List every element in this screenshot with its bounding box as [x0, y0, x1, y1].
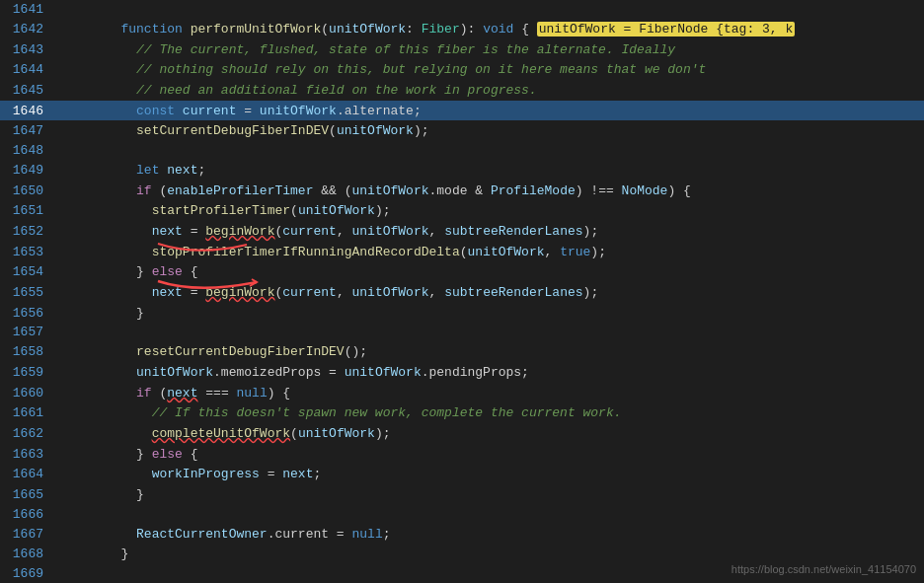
line-num-1642: 1642 — [0, 20, 51, 38]
line-num-1644: 1644 — [0, 60, 51, 79]
line-num-1668: 1668 — [0, 545, 51, 563]
line-num-1649: 1649 — [0, 161, 51, 180]
code-line-1647: 1647 setCurrentDebugFiberInDEV(unitOfWor… — [0, 120, 924, 141]
line-num-1654: 1654 — [0, 262, 51, 281]
line-num-1641: 1641 — [0, 0, 51, 19]
line-num-1648: 1648 — [0, 141, 51, 160]
line-num-1643: 1643 — [0, 40, 51, 59]
code-line-1668: 1668 } — [0, 544, 924, 564]
line-num-1646: 1646 — [0, 102, 51, 120]
line-num-1669: 1669 — [0, 564, 51, 583]
code-content: 1641 1642 function performUnitOfWork(uni… — [0, 0, 924, 583]
line-num-1667: 1667 — [0, 525, 51, 544]
line-num-1645: 1645 — [0, 81, 51, 100]
line-num-1664: 1664 — [0, 465, 51, 483]
line-num-1651: 1651 — [0, 201, 51, 220]
line-num-1652: 1652 — [0, 222, 51, 241]
line-num-1666: 1666 — [0, 505, 51, 524]
line-num-1658: 1658 — [0, 342, 51, 361]
code-line-1665: 1665 } — [0, 484, 924, 505]
line-num-1659: 1659 — [0, 363, 51, 382]
line-num-1661: 1661 — [0, 403, 51, 422]
line-num-1653: 1653 — [0, 243, 51, 261]
code-line-1656: 1656 } — [0, 303, 924, 324]
code-editor: 1641 1642 function performUnitOfWork(uni… — [0, 0, 924, 583]
line-num-1647: 1647 — [0, 121, 51, 140]
line-num-1662: 1662 — [0, 424, 51, 443]
line-num-1650: 1650 — [0, 182, 51, 200]
line-num-1665: 1665 — [0, 485, 51, 504]
line-num-1657: 1657 — [0, 323, 51, 341]
watermark: https://blog.csdn.net/weixin_41154070 — [732, 563, 916, 575]
line-num-1663: 1663 — [0, 445, 51, 464]
line-num-1660: 1660 — [0, 384, 51, 402]
line-num-1655: 1655 — [0, 283, 51, 302]
line-num-1656: 1656 — [0, 304, 51, 323]
